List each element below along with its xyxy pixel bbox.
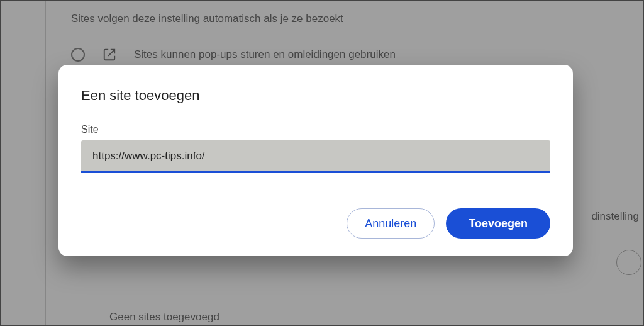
cancel-button[interactable]: Annuleren — [347, 208, 435, 239]
site-field-label: Site — [81, 124, 550, 135]
add-button[interactable]: Toevoegen — [446, 208, 550, 239]
dialog-actions: Annuleren Toevoegen — [81, 208, 550, 239]
add-site-dialog: Een site toevoegen Site Annuleren Toevoe… — [58, 65, 573, 256]
site-url-input[interactable] — [81, 140, 550, 173]
dialog-title: Een site toevoegen — [81, 87, 550, 104]
